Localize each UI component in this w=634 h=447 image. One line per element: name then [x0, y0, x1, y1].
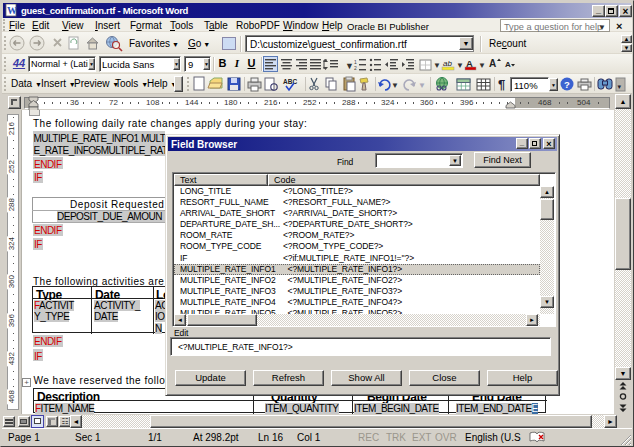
svg-text:2: 2	[354, 65, 357, 71]
svg-text:▼: ▼	[345, 61, 354, 71]
svg-text:W: W	[7, 5, 17, 16]
svg-text:ab: ab	[443, 59, 452, 68]
svg-text:ABC: ABC	[283, 78, 297, 85]
svg-text:▼: ▼	[391, 81, 399, 90]
svg-text:?: ?	[564, 79, 570, 90]
svg-text:▼: ▼	[456, 61, 464, 70]
svg-text:¶: ¶	[498, 77, 505, 92]
svg-text:▼: ▼	[433, 61, 441, 70]
svg-text:A: A	[489, 58, 496, 69]
svg-text:▼: ▼	[478, 61, 486, 70]
svg-text:▾: ▾	[618, 83, 622, 90]
svg-text:▼: ▼	[418, 81, 426, 90]
svg-text:A: A	[505, 60, 511, 69]
